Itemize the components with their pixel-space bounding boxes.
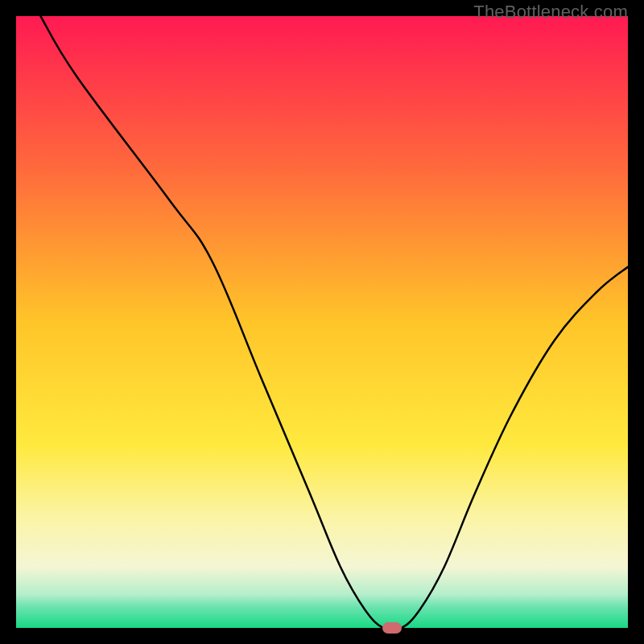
chart-frame: TheBottleneck.com <box>0 0 644 644</box>
watermark-label: TheBottleneck.com <box>473 2 628 23</box>
plot-area <box>16 16 628 628</box>
gradient-background <box>16 16 628 628</box>
optimal-point-marker <box>382 622 402 634</box>
chart-svg <box>16 16 628 628</box>
